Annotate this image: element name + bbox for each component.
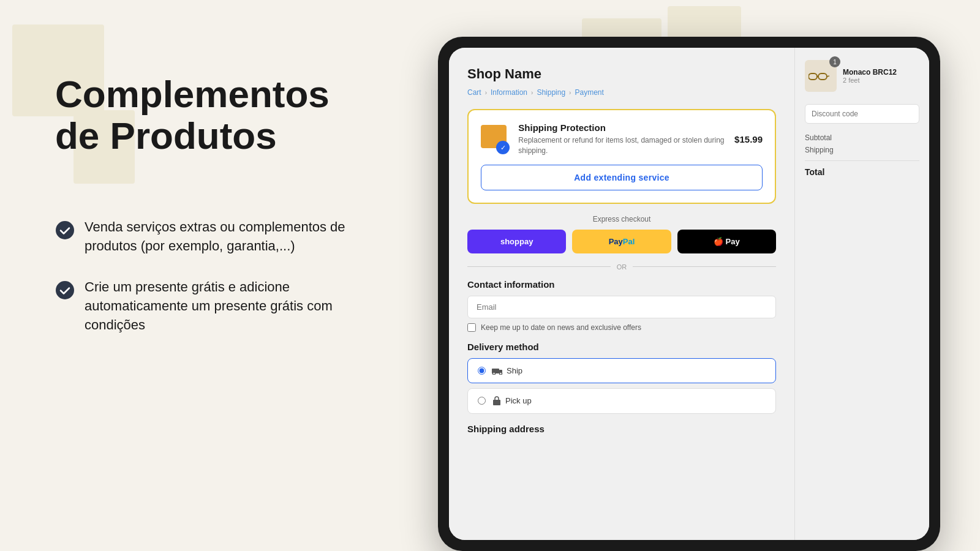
svg-rect-8: [818, 73, 827, 80]
feature-text-2: Crie um presente grátis e adicione autom…: [85, 278, 349, 334]
protection-description: Replacement or refund for items lost, da…: [518, 135, 734, 156]
delivery-pickup-label: Pick up: [492, 396, 532, 406]
ship-icon: [492, 366, 503, 375]
shop-pay-button[interactable]: shoppay: [467, 230, 566, 253]
or-line-left: [467, 266, 611, 267]
breadcrumb-cart[interactable]: Cart: [467, 88, 481, 97]
breadcrumb-information[interactable]: Information: [491, 88, 527, 97]
shipping-address-title: Shipping address: [467, 424, 776, 434]
delivery-radio-pickup[interactable]: [478, 397, 486, 405]
breadcrumb-sep-1: ›: [485, 89, 487, 96]
delivery-ship-label: Ship: [492, 366, 522, 375]
express-buttons: shoppay PayPal 🍎 Pay: [467, 230, 776, 253]
feature-item-1: Venda serviços extras ou complementos de…: [55, 218, 349, 256]
left-panel: Complementos de Produtos Venda serviços …: [0, 0, 398, 551]
protection-price: $15.99: [734, 134, 763, 144]
delivery-radio-ship[interactable]: [478, 367, 486, 375]
subtotal-row: Subtotal: [805, 133, 919, 142]
breadcrumb-payment[interactable]: Payment: [575, 88, 603, 97]
total-label: Total: [805, 167, 824, 177]
express-section: Express checkout shoppay PayPal 🍎 Pay: [467, 215, 776, 253]
feature-text-1: Venda serviços extras ou complementos de…: [85, 218, 349, 256]
svg-point-4: [493, 372, 496, 375]
shipping-label: Shipping: [805, 146, 834, 154]
checkout-main: Shop Name Cart › Information › Shipping …: [449, 48, 794, 540]
email-input[interactable]: [467, 296, 776, 318]
svg-point-0: [56, 221, 74, 239]
newsletter-label: Keep me up to date on news and exclusive…: [481, 323, 641, 332]
cart-item-name: Monaco BRC12: [843, 68, 919, 77]
check-icon-2: [55, 280, 75, 300]
svg-point-5: [500, 372, 502, 375]
check-icon-1: [55, 220, 75, 240]
protection-info: Shipping Protection Replacement or refun…: [518, 122, 734, 156]
breadcrumb-shipping[interactable]: Shipping: [537, 88, 565, 97]
svg-rect-7: [809, 73, 817, 80]
protection-header: ✓ Shipping Protection Replacement or ref…: [481, 122, 763, 156]
features-list: Venda serviços extras ou complementos de…: [55, 218, 349, 334]
add-service-button[interactable]: Add extending service: [481, 165, 763, 190]
breadcrumb-sep-2: ›: [531, 89, 533, 96]
title-line1: Complementos: [55, 73, 330, 115]
newsletter-row: Keep me up to date on news and exclusive…: [467, 323, 776, 332]
checkout-sidebar: 1 Monaco BRC12 2 feet Subtotal Shipping: [794, 48, 929, 540]
shop-pay-label: shoppay: [500, 237, 533, 246]
paypal-button[interactable]: PayPal: [572, 230, 671, 253]
or-line-right: [633, 266, 776, 267]
delivery-section: Delivery method Ship: [467, 342, 776, 414]
tablet-mockup: Shop Name Cart › Information › Shipping …: [438, 37, 940, 551]
tablet-screen: Shop Name Cart › Information › Shipping …: [449, 48, 929, 540]
protection-left: ✓ Shipping Protection Replacement or ref…: [481, 122, 734, 156]
delivery-options: Ship Pick up: [467, 358, 776, 414]
svg-point-1: [56, 281, 74, 299]
paypal-label: PayPal: [609, 237, 635, 246]
product-glasses-icon: [809, 70, 833, 82]
protection-icon-wrap: ✓: [481, 122, 510, 154]
delivery-option-ship[interactable]: Ship: [467, 358, 776, 383]
cart-item: 1 Monaco BRC12 2 feet: [805, 60, 919, 92]
pickup-icon: [492, 396, 502, 406]
delivery-option-pickup[interactable]: Pick up: [467, 388, 776, 414]
svg-rect-6: [493, 400, 500, 405]
discount-input[interactable]: [805, 104, 919, 124]
breadcrumb-sep-3: ›: [569, 89, 571, 96]
total-row: Total: [805, 167, 919, 177]
subtotal-label: Subtotal: [805, 133, 832, 142]
main-title: Complementos de Produtos: [55, 73, 349, 157]
protection-card: ✓ Shipping Protection Replacement or ref…: [467, 109, 776, 204]
title-line2: de Produtos: [55, 114, 277, 157]
or-text: OR: [617, 263, 627, 271]
shop-name: Shop Name: [467, 66, 776, 82]
express-label: Express checkout: [467, 215, 776, 223]
apple-pay-label: 🍎 Pay: [714, 237, 740, 246]
contact-title: Contact information: [467, 279, 776, 290]
or-divider: OR: [467, 263, 776, 271]
breadcrumb: Cart › Information › Shipping › Payment: [467, 88, 776, 97]
cart-badge: 1: [829, 56, 840, 67]
feature-item-2: Crie um presente grátis e adicione autom…: [55, 278, 349, 334]
protection-title: Shipping Protection: [518, 122, 734, 133]
price-divider: [805, 160, 919, 161]
right-panel: Shop Name Cart › Information › Shipping …: [398, 0, 980, 551]
contact-section: Contact information Keep me up to date o…: [467, 279, 776, 332]
delivery-title: Delivery method: [467, 342, 776, 352]
newsletter-checkbox[interactable]: [467, 323, 476, 332]
cart-item-info: Monaco BRC12 2 feet: [843, 68, 919, 84]
shield-icon: ✓: [496, 141, 510, 154]
apple-pay-button[interactable]: 🍎 Pay: [677, 230, 776, 253]
cart-item-sub: 2 feet: [843, 77, 919, 84]
shipping-row: Shipping: [805, 146, 919, 154]
